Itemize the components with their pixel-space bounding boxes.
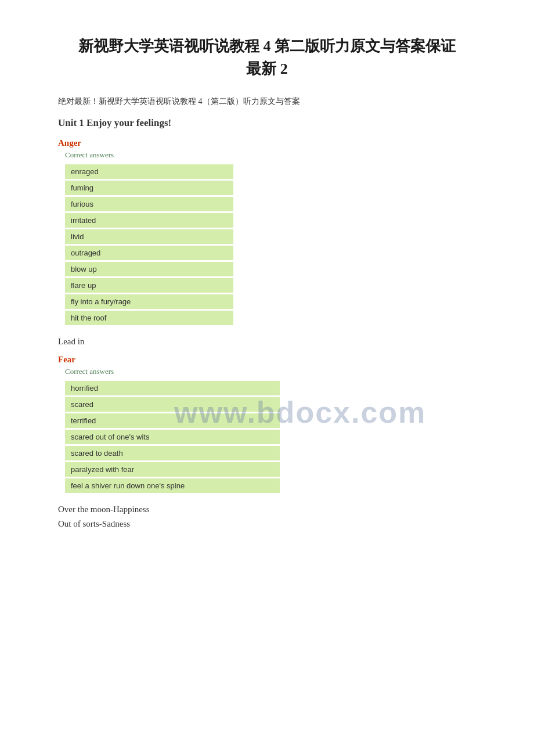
list-item: blow up [65, 262, 233, 276]
list-item: irritated [65, 213, 233, 228]
list-item: scared to death [65, 446, 280, 460]
unit-heading: Unit 1 Enjoy your feelings! [58, 117, 476, 129]
list-item: horrified [65, 381, 280, 395]
list-item: hit the roof [65, 311, 233, 325]
list-item: terrified [65, 413, 280, 428]
fear-answer-list: horrified scared terrified scared out of… [65, 381, 476, 493]
bottom-line-2: Out of sorts-Sadness [58, 519, 476, 529]
list-item: flare up [65, 278, 233, 293]
anger-correct-answers-label: Correct answers [65, 150, 476, 160]
lead-in: Lead in [58, 337, 476, 347]
bottom-section: Over the moon-Happiness Out of sorts-Sad… [58, 505, 476, 529]
page-title: 新视野大学英语视听说教程 4 第二版听力原文与答案保证 最新 2 [58, 35, 476, 80]
anger-answer-list: enraged fuming furious irritated livid o… [65, 164, 476, 325]
list-item: paralyzed with fear [65, 462, 280, 477]
bottom-line-1: Over the moon-Happiness [58, 505, 476, 514]
fear-label: Fear [58, 355, 476, 365]
list-item: scared out of one's wits [65, 430, 280, 444]
list-item: fuming [65, 181, 233, 195]
list-item: furious [65, 197, 233, 211]
list-item: outraged [65, 246, 233, 260]
list-item: enraged [65, 164, 233, 179]
list-item: scared [65, 397, 280, 412]
list-item: livid [65, 229, 233, 244]
list-item: fly into a fury/rage [65, 294, 233, 309]
anger-label: Anger [58, 138, 476, 148]
subtitle: 绝对最新！新视野大学英语视听说教程 4（第二版）听力原文与答案 [58, 96, 476, 107]
fear-correct-answers-label: Correct answers [65, 367, 476, 376]
list-item: feel a shiver run down one's spine [65, 478, 280, 493]
